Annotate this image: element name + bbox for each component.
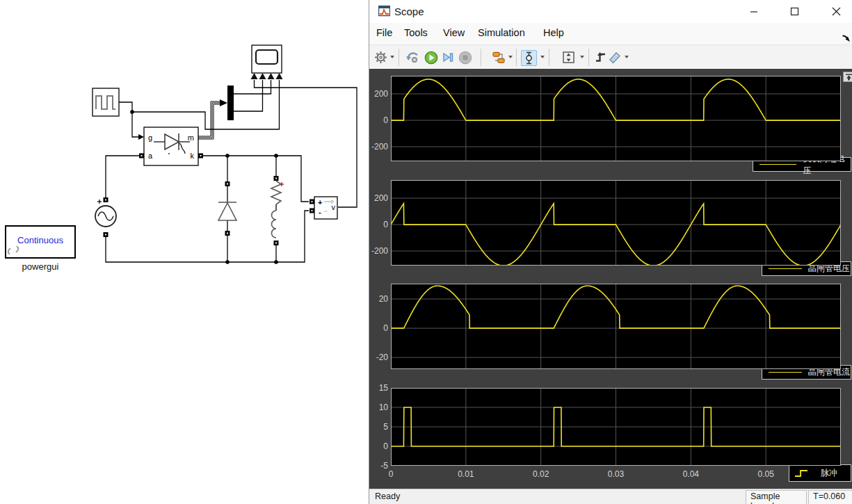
pulse-generator-block[interactable]	[93, 88, 119, 116]
source-plus-sign	[97, 200, 102, 204]
zoom-tool-button[interactable]	[521, 50, 537, 66]
diode-symbol-icon	[218, 202, 236, 220]
voltage-measurement-block[interactable]: + - v	[310, 197, 337, 219]
minimize-button[interactable]	[739, 0, 769, 22]
zoom-tool-icon	[522, 51, 536, 65]
step-back-icon	[406, 51, 420, 64]
signal-selector-button[interactable]	[491, 50, 506, 65]
stop-icon	[458, 51, 472, 65]
menu-tools[interactable]: Tools	[404, 27, 428, 38]
run-button[interactable]	[424, 50, 438, 65]
demux-block[interactable]	[227, 86, 234, 120]
y-tick-label: 20	[369, 294, 388, 304]
legend-line-swatch	[759, 164, 796, 165]
maximize-axes-icon	[845, 74, 852, 81]
plot-panel-gate-pulse[interactable]	[391, 388, 841, 466]
scope-input-ports	[251, 73, 283, 79]
scope-plot-area: 负载两端电压 晶闸管电压 晶闸管电流 脉冲 2000-2002000-20020…	[369, 69, 852, 489]
inductor-icon	[272, 211, 276, 238]
stop-button[interactable]	[458, 50, 472, 65]
settings-dropdown-arrow[interactable]	[390, 56, 394, 58]
resistor-icon	[271, 181, 281, 204]
maximize-axes-button[interactable]	[843, 72, 852, 82]
status-ready: Ready	[375, 491, 400, 501]
menu-view[interactable]: View	[443, 27, 465, 38]
y-tick-label: -20	[369, 352, 388, 362]
settings-button[interactable]	[373, 50, 388, 65]
menu-file[interactable]: File	[376, 27, 392, 38]
x-tick-label: 0.04	[675, 469, 706, 479]
scope-block[interactable]	[251, 45, 283, 79]
ac-voltage-source-block[interactable]	[95, 197, 116, 237]
toolbar-separator	[549, 49, 549, 66]
maximize-icon	[790, 7, 799, 16]
menubar: File Tools View Simulation Help	[369, 23, 852, 44]
step-forward-button[interactable]	[441, 50, 456, 65]
signal-selector-dropdown-arrow[interactable]	[508, 56, 513, 58]
trigger-icon	[594, 51, 608, 64]
titlebar[interactable]: Scope	[369, 0, 852, 23]
window-title: Scope	[394, 6, 424, 17]
scope-window: Scope File Tools View Simulation Help	[369, 0, 852, 504]
y-tick-label: 10	[369, 403, 388, 412]
legend-line-swatch	[769, 372, 802, 373]
plot-panel-thyristor-voltage[interactable]	[391, 180, 841, 266]
fit-to-view-button[interactable]	[561, 50, 576, 65]
legend-pulse[interactable]: 脉冲	[789, 464, 851, 482]
toolbar-separator	[516, 49, 517, 66]
step-back-button[interactable]	[405, 50, 420, 65]
dock-arrow-icon[interactable]	[842, 33, 851, 42]
step-legend-glyph	[794, 469, 811, 478]
y-tick-label: 0	[369, 220, 388, 229]
thyristor-anode-label: a	[148, 152, 153, 160]
step-forward-icon	[442, 51, 456, 64]
run-icon	[424, 51, 438, 65]
measurements-dropdown-arrow[interactable]	[625, 56, 629, 58]
zoom-tool-dropdown-arrow[interactable]	[540, 56, 545, 58]
powergui-mode-label: Continuous	[17, 235, 63, 245]
menu-simulation[interactable]: Simulation	[478, 27, 525, 38]
signal-selector-icon	[492, 51, 506, 64]
x-tick-label: 0.05	[750, 469, 781, 479]
thyristor-measure-label: m	[188, 133, 194, 142]
settings-gear-icon	[374, 51, 387, 64]
powergui-block[interactable]: Continuous powergui	[6, 226, 75, 272]
simulink-canvas[interactable]: g a m k	[0, 0, 369, 504]
statusbar: Ready Sample based T=0.060	[369, 489, 852, 504]
vm-minus-label: -	[319, 208, 321, 216]
minimize-icon	[750, 7, 758, 15]
rl-branch-block[interactable]	[271, 176, 284, 245]
vm-plus-label: +	[318, 198, 322, 206]
legend-label: 脉冲	[821, 467, 837, 479]
status-sample-mode: Sample based	[746, 490, 807, 504]
thyristor-cathode-label: k	[191, 152, 195, 160]
toolbar-separator	[481, 49, 481, 66]
x-tick-label: 0.02	[526, 469, 556, 479]
close-button[interactable]	[821, 0, 851, 22]
demux-input-arrow	[220, 99, 227, 106]
close-icon	[832, 7, 841, 16]
y-tick-label: 200	[369, 193, 388, 203]
maximize-button[interactable]	[779, 0, 810, 22]
powergui-name-label: powergui	[22, 261, 59, 272]
plot-panel-thyristor-current[interactable]	[391, 284, 841, 369]
x-tick-label: 0	[376, 469, 406, 479]
y-tick-label: 0	[369, 323, 388, 333]
menu-help[interactable]: Help	[543, 27, 564, 38]
application-root: g a m k	[0, 0, 852, 504]
trigger-button[interactable]	[593, 50, 608, 65]
fit-to-view-dropdown-arrow[interactable]	[580, 56, 584, 58]
legend-line-swatch	[769, 268, 802, 269]
fit-to-view-icon	[562, 51, 575, 64]
plot-panel-load-voltage[interactable]	[391, 76, 841, 161]
measurements-button[interactable]	[607, 50, 622, 65]
x-tick-label: 0.01	[451, 469, 481, 479]
cursor-measurements-icon	[608, 51, 622, 65]
toolbar	[369, 44, 852, 70]
y-tick-label: -200	[369, 142, 388, 152]
y-tick-label: 5	[369, 422, 388, 432]
gate-wire-arrow	[138, 134, 144, 140]
status-sim-time: T=0.060	[808, 490, 852, 504]
thyristor-block[interactable]: g a m k	[139, 127, 203, 165]
toolbar-separator	[399, 49, 399, 66]
